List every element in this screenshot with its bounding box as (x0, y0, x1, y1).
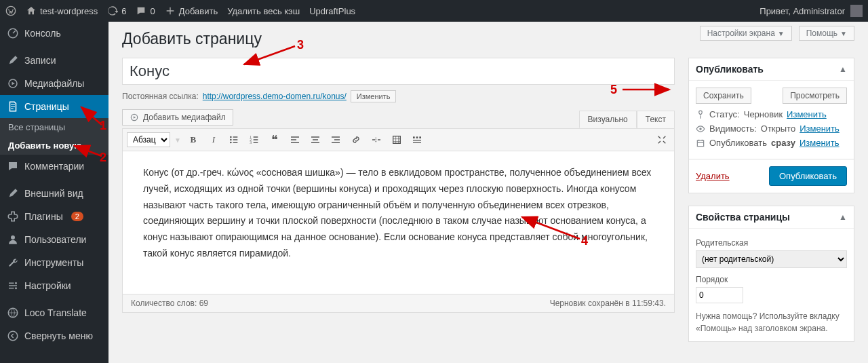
submenu-pages: Все страницы Добавить новую (0, 118, 108, 155)
comments-link[interactable]: 0 (136, 5, 155, 16)
svg-point-3 (11, 235, 15, 240)
admin-bar: test-wordpress 6 0 Добавить Удалить весь… (0, 0, 868, 22)
parent-select[interactable]: (нет родительской) (696, 250, 847, 268)
menu-plugins[interactable]: Плагины2 (0, 205, 108, 228)
page-attributes-box: Свойства страницы▲ Родительская (нет род… (688, 206, 854, 342)
site-name-link[interactable]: test-wordpress (26, 5, 98, 16)
publish-title: Опубликовать (696, 64, 764, 75)
permalink-url[interactable]: http://wordpress.demo-domen.ru/konus/ (203, 92, 347, 101)
parent-label: Родительская (696, 238, 847, 248)
help-button[interactable]: Помощь▼ (799, 26, 854, 41)
add-new-label: Добавить (179, 6, 218, 16)
updates-link[interactable]: 6 (107, 5, 126, 16)
wp-logo[interactable] (5, 5, 16, 16)
align-center-button[interactable] (307, 132, 323, 148)
delete-link[interactable]: Удалить (696, 171, 730, 181)
svg-point-5 (15, 287, 17, 289)
menu-users[interactable]: Пользователи (0, 228, 108, 251)
order-label: Порядок (696, 275, 847, 284)
more-button[interactable] (368, 132, 384, 148)
eye-icon (696, 124, 705, 134)
menu-pages[interactable]: Страницы (0, 95, 108, 118)
menu-collapse[interactable]: Свернуть меню (0, 324, 108, 347)
toolbar-toggle-button[interactable] (409, 132, 425, 148)
svg-rect-22 (697, 140, 703, 146)
align-right-button[interactable] (328, 132, 344, 148)
menu-comments[interactable]: Комментарии (0, 155, 108, 178)
tab-text[interactable]: Текст (637, 111, 675, 128)
title-input[interactable] (122, 58, 675, 85)
permalink-edit-button[interactable]: Изменить (351, 90, 397, 102)
submenu-add-page[interactable]: Добавить новую (0, 136, 108, 155)
blockquote-button[interactable]: ❝ (267, 132, 283, 148)
schedule-edit-link[interactable]: Изменить (800, 138, 840, 148)
svg-rect-18 (419, 136, 421, 138)
svg-rect-19 (413, 140, 421, 140)
svg-point-11 (230, 142, 232, 144)
publish-box: Опубликовать▲ Сохранить Просмотреть Стат… (688, 58, 854, 193)
editor-toolbar: Абзац ▼ B I 123 ❝ (123, 129, 674, 151)
updraft-link[interactable]: UpdraftPlus (309, 6, 355, 16)
menu-media[interactable]: Медиафайлы (0, 72, 108, 95)
bullet-list-button[interactable] (226, 132, 242, 148)
calendar-icon (696, 138, 705, 148)
add-new-link[interactable]: Добавить (165, 5, 218, 16)
permalink-label: Постоянная ссылка: (122, 92, 199, 101)
wordcount: Количество слов: 69 (131, 299, 208, 308)
svg-point-4 (15, 282, 17, 284)
avatar[interactable] (850, 5, 863, 17)
toggle-icon[interactable]: ▲ (839, 64, 847, 74)
svg-point-21 (699, 128, 702, 130)
menu-dashboard[interactable]: Консоль (0, 22, 108, 45)
format-select[interactable]: Абзац (127, 132, 170, 147)
link-button[interactable] (348, 132, 364, 148)
content-area: Настройки экрана▼ Помощь▼ Добавить стран… (108, 22, 868, 363)
add-media-button[interactable]: Добавить медиафайл (122, 109, 233, 126)
menu-appearance[interactable]: Внешний вид (0, 182, 108, 205)
toggle-icon[interactable]: ▲ (839, 212, 847, 222)
caret-down-icon: ▼ (778, 30, 785, 37)
attrs-title: Свойства страницы (696, 212, 790, 223)
submenu-all-pages[interactable]: Все страницы (0, 118, 108, 136)
pin-icon (696, 110, 705, 119)
table-button[interactable] (389, 132, 405, 148)
permalink-row: Постоянная ссылка: http://wordpress.demo… (122, 90, 675, 102)
bold-button[interactable]: B (185, 132, 201, 148)
number-list-button[interactable]: 123 (246, 132, 262, 148)
status-edit-link[interactable]: Изменить (787, 109, 827, 119)
distraction-free-button[interactable] (654, 132, 670, 148)
menu-tools[interactable]: Инструменты (0, 251, 108, 274)
svg-point-10 (230, 139, 232, 141)
admin-menu: Консоль Записи Медиафайлы Страницы Все с… (0, 22, 108, 363)
order-input[interactable] (696, 287, 743, 303)
menu-settings[interactable]: Настройки (0, 274, 108, 297)
align-left-button[interactable] (287, 132, 303, 148)
svg-rect-16 (413, 136, 415, 138)
editor-body[interactable]: Конус (от др.-греч. κώνος «сосновая шишк… (123, 151, 674, 294)
publish-button[interactable]: Опубликовать (769, 166, 847, 186)
visibility-edit-link[interactable]: Изменить (800, 123, 840, 134)
menu-loco[interactable]: Loco Translate (0, 301, 108, 324)
svg-rect-15 (393, 136, 401, 144)
svg-rect-20 (413, 142, 421, 142)
caret-down-icon: ▼ (840, 30, 847, 37)
svg-point-9 (230, 136, 232, 138)
svg-rect-17 (416, 136, 418, 138)
editor: Абзац ▼ B I 123 ❝ (122, 128, 675, 313)
attrs-help: Нужна помощь? Используйте вкладку «Помощ… (696, 310, 847, 335)
draft-saved-status: Черновик сохранён в 11:59:43. (550, 299, 666, 308)
svg-point-7 (8, 331, 18, 341)
tab-visual[interactable]: Визуально (579, 111, 637, 128)
updates-count: 6 (121, 6, 126, 16)
screen-options-button[interactable]: Настройки экрана▼ (700, 26, 792, 41)
menu-posts[interactable]: Записи (0, 49, 108, 72)
site-name-label: test-wordpress (40, 6, 98, 16)
plugins-badge: 2 (71, 212, 83, 221)
comments-count: 0 (150, 6, 155, 16)
italic-button[interactable]: I (205, 132, 222, 148)
save-draft-button[interactable]: Сохранить (696, 88, 751, 104)
svg-text:3: 3 (250, 140, 252, 145)
howdy-link[interactable]: Привет, Administrator (760, 6, 845, 16)
preview-button[interactable]: Просмотреть (783, 88, 847, 104)
clear-cache-link[interactable]: Удалить весь кэш (227, 6, 300, 16)
